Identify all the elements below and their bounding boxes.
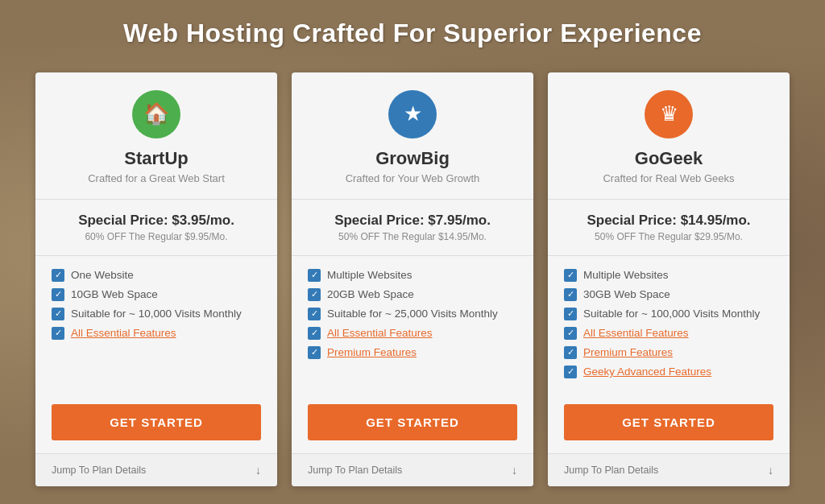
feature-text[interactable]: All Essential Features	[327, 327, 433, 339]
plan-footer-gogeek[interactable]: Jump To Plan Details↓	[548, 453, 790, 486]
feature-text: 10GB Web Space	[71, 288, 158, 300]
checkmark-icon: ✓	[308, 269, 321, 282]
plan-icon-growbig: ★	[388, 90, 437, 138]
feature-item: ✓Suitable for ~ 100,000 Visits Monthly	[564, 308, 773, 320]
page-title: Web Hosting Crafted For Superior Experie…	[123, 19, 702, 48]
plan-features-startup: ✓One Website✓10GB Web Space✓Suitable for…	[35, 256, 277, 391]
jump-to-plan-growbig: Jump To Plan Details	[308, 465, 402, 476]
feature-text[interactable]: Geeky Advanced Features	[583, 366, 711, 378]
checkmark-icon: ✓	[308, 327, 321, 340]
checkmark-icon: ✓	[564, 269, 577, 282]
checkmark-icon: ✓	[564, 346, 577, 359]
plan-icon-startup: 🏠	[132, 90, 180, 138]
plan-features-gogeek: ✓Multiple Websites✓30GB Web Space✓Suitab…	[548, 256, 790, 391]
feature-item: ✓One Website	[52, 269, 261, 282]
plans-container: 🏠StartUpCrafted for a Great Web StartSpe…	[18, 72, 807, 486]
special-price-growbig: Special Price: $7.95/mo.	[308, 213, 517, 229]
plan-cta-gogeek: GET STARTED	[548, 391, 790, 453]
feature-item: ✓All Essential Features	[564, 327, 773, 340]
plan-footer-startup[interactable]: Jump To Plan Details↓	[35, 453, 277, 486]
feature-item: ✓All Essential Features	[52, 327, 261, 340]
plan-header-startup: 🏠StartUpCrafted for a Great Web Start	[35, 72, 277, 200]
regular-price-growbig: 50% OFF The Regular $14.95/Mo.	[308, 231, 517, 242]
checkmark-icon: ✓	[564, 366, 577, 378]
plan-card-gogeek: ♛GoGeekCrafted for Real Web GeeksSpecial…	[548, 72, 790, 486]
feature-text: 30GB Web Space	[583, 288, 670, 300]
feature-text[interactable]: All Essential Features	[583, 327, 689, 339]
get-started-button-startup[interactable]: GET STARTED	[52, 404, 261, 440]
checkmark-icon: ✓	[308, 346, 321, 359]
plan-pricing-gogeek: Special Price: $14.95/mo.50% OFF The Reg…	[548, 200, 790, 256]
jump-to-plan-startup: Jump To Plan Details	[52, 465, 146, 476]
feature-item: ✓Multiple Websites	[564, 269, 773, 282]
checkmark-icon: ✓	[564, 308, 577, 320]
plan-footer-growbig[interactable]: Jump To Plan Details↓	[292, 453, 533, 486]
feature-text: Suitable for ~ 25,000 Visits Monthly	[327, 308, 498, 320]
get-started-button-gogeek[interactable]: GET STARTED	[564, 404, 773, 440]
checkmark-icon: ✓	[308, 308, 321, 320]
feature-text: Multiple Websites	[327, 269, 412, 281]
feature-item: ✓20GB Web Space	[308, 288, 517, 301]
plan-card-startup: 🏠StartUpCrafted for a Great Web StartSpe…	[35, 72, 277, 486]
feature-item: ✓Premium Features	[308, 346, 517, 359]
feature-item: ✓Premium Features	[564, 346, 773, 359]
plan-features-growbig: ✓Multiple Websites✓20GB Web Space✓Suitab…	[292, 256, 533, 391]
checkmark-icon: ✓	[52, 308, 64, 320]
plan-name-gogeek: GoGeek	[564, 148, 773, 169]
feature-item: ✓30GB Web Space	[564, 288, 773, 301]
special-price-gogeek: Special Price: $14.95/mo.	[564, 213, 773, 229]
feature-item: ✓Geeky Advanced Features	[564, 366, 773, 378]
feature-item: ✓Multiple Websites	[308, 269, 517, 282]
checkmark-icon: ✓	[52, 288, 64, 301]
arrow-down-icon: ↓	[512, 464, 517, 477]
checkmark-icon: ✓	[52, 269, 64, 282]
feature-text: One Website	[71, 269, 134, 281]
plan-cta-growbig: GET STARTED	[292, 391, 533, 453]
feature-text: Multiple Websites	[583, 269, 669, 281]
plan-pricing-growbig: Special Price: $7.95/mo.50% OFF The Regu…	[292, 200, 533, 256]
plan-header-growbig: ★GrowBigCrafted for Your Web Growth	[292, 72, 533, 200]
plan-tagline-gogeek: Crafted for Real Web Geeks	[564, 172, 773, 184]
checkmark-icon: ✓	[52, 327, 64, 340]
plan-name-growbig: GrowBig	[308, 148, 517, 169]
arrow-down-icon: ↓	[768, 464, 773, 477]
get-started-button-growbig[interactable]: GET STARTED	[308, 404, 517, 440]
feature-item: ✓10GB Web Space	[52, 288, 261, 301]
plan-name-startup: StartUp	[52, 148, 261, 169]
feature-text: Suitable for ~ 10,000 Visits Monthly	[71, 308, 242, 320]
plan-icon-gogeek: ♛	[645, 90, 693, 138]
feature-item: ✓Suitable for ~ 10,000 Visits Monthly	[52, 308, 261, 320]
plan-card-growbig: ★GrowBigCrafted for Your Web GrowthSpeci…	[292, 72, 533, 486]
checkmark-icon: ✓	[564, 288, 577, 301]
plan-header-gogeek: ♛GoGeekCrafted for Real Web Geeks	[548, 72, 790, 200]
plan-tagline-growbig: Crafted for Your Web Growth	[308, 172, 517, 184]
feature-text[interactable]: Premium Features	[583, 346, 673, 358]
jump-to-plan-gogeek: Jump To Plan Details	[564, 465, 658, 476]
feature-item: ✓Suitable for ~ 25,000 Visits Monthly	[308, 308, 517, 320]
plan-tagline-startup: Crafted for a Great Web Start	[52, 172, 261, 184]
feature-item: ✓All Essential Features	[308, 327, 517, 340]
arrow-down-icon: ↓	[255, 464, 261, 477]
special-price-startup: Special Price: $3.95/mo.	[52, 213, 261, 229]
checkmark-icon: ✓	[308, 288, 321, 301]
plan-pricing-startup: Special Price: $3.95/mo.60% OFF The Regu…	[35, 200, 277, 256]
checkmark-icon: ✓	[564, 327, 577, 340]
feature-text: Suitable for ~ 100,000 Visits Monthly	[583, 308, 760, 320]
regular-price-startup: 60% OFF The Regular $9.95/Mo.	[52, 231, 261, 242]
feature-text: 20GB Web Space	[327, 288, 414, 300]
feature-text[interactable]: All Essential Features	[71, 327, 176, 339]
feature-text[interactable]: Premium Features	[327, 346, 417, 358]
regular-price-gogeek: 50% OFF The Regular $29.95/Mo.	[564, 231, 773, 242]
plan-cta-startup: GET STARTED	[35, 391, 277, 453]
